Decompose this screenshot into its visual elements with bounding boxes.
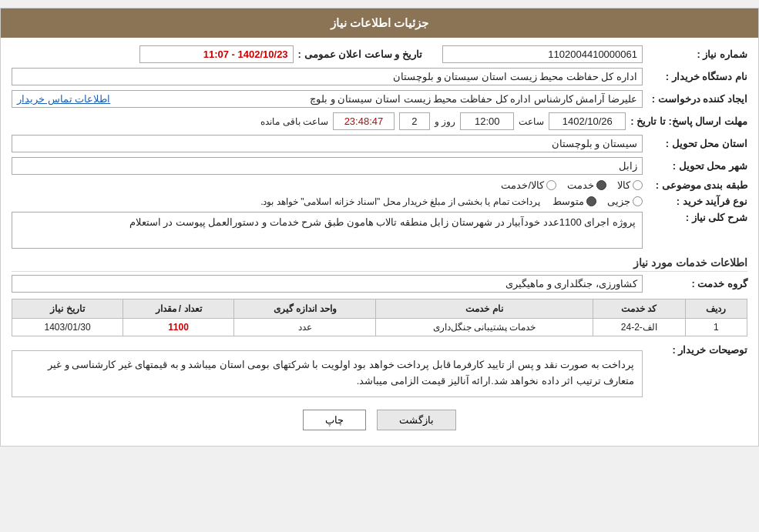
noe-label: نوع فرآیند خرید :: [647, 196, 747, 207]
page-header: جزئیات اطلاعات نیاز: [1, 8, 758, 38]
cell-radif: 1: [685, 319, 747, 336]
shahr-label: شهر محل تحویل :: [647, 160, 747, 172]
nam-dastgah-value: اداره کل حفاظت محیط زیست استان سیستان و …: [12, 68, 643, 85]
radio-kala-khedmat[interactable]: کالا/خدمت: [501, 179, 556, 191]
table-row: 1 الف-2-24 خدمات پشتیبانی جنگل‌داری عدد …: [12, 319, 747, 336]
ejad-value-box: علیرضا آرامش کارشناس اداره کل حفاظت محیط…: [12, 90, 643, 108]
col-vahed: واحد اندازه گیری: [233, 299, 375, 319]
tabaqe-radio-group: کالا خدمت کالا/خدمت: [501, 179, 643, 191]
ejad-label: ایجاد کننده درخواست :: [647, 93, 747, 105]
tarikh-label: تاریخ و ساعت اعلان عمومی :: [298, 49, 422, 60]
radio-kala-circle: [633, 180, 643, 190]
radio-kala[interactable]: کالا: [617, 179, 643, 191]
shomare-niaz-value: 1102004410000061: [442, 45, 643, 63]
ejad-link[interactable]: اطلاعات تماس خریدار: [17, 93, 110, 105]
shomare-niaz-label: شماره نیاز :: [647, 49, 747, 60]
tosif-value: پرداخت به صورت نقد و پس از تایید کارفرما…: [12, 350, 643, 397]
noe-radio-group: جزیی متوسط: [552, 196, 643, 207]
ostan-value: سیستان و بلوچستان: [12, 135, 643, 152]
nam-dastgah-label: نام دستگاه خریدار :: [647, 71, 747, 82]
tabaqe-label: طبقه بندی موضوعی :: [647, 179, 747, 191]
tarikh-value: 1402/10/23 - 11:07: [139, 45, 294, 63]
mohlat-remaining-label: ساعت باقی مانده: [260, 116, 328, 127]
col-tedad: تعداد / مقدار: [123, 299, 234, 319]
mohlat-saat: 12:00: [460, 112, 514, 130]
col-tarikh: تاریخ نیاز: [12, 299, 123, 319]
mohlat-saat-label: ساعت: [519, 116, 544, 127]
goroh-label: گروه خدمت :: [647, 278, 747, 289]
ostan-label: استان محل تحویل :: [647, 138, 747, 149]
radio-kala-label: کالا: [617, 179, 630, 191]
shahr-value: زابل: [12, 157, 643, 175]
cell-tedad: 1100: [123, 319, 234, 336]
col-kod: کد خدمت: [593, 299, 685, 319]
tosif-label: توصیحات خریدار :: [647, 344, 747, 356]
sharh-label: شرح کلی نیاز :: [647, 212, 747, 223]
khadamat-title: اطلاعات خدمات مورد نیاز: [12, 256, 747, 272]
mohlat-roz: 2: [399, 112, 430, 130]
mohlat-roz-label: روز و: [435, 116, 455, 127]
noe-text: پرداخت تمام یا بخشی از مبلغ خریدار محل "…: [260, 196, 540, 207]
page-title: جزئیات اطلاعات نیاز: [331, 16, 428, 29]
service-table: ردیف کد خدمت نام خدمت واحد اندازه گیری ت…: [12, 299, 747, 336]
print-button[interactable]: چاپ: [303, 410, 366, 430]
radio-motvaset[interactable]: متوسط: [552, 196, 596, 207]
mohlat-label: مهلت ارسال پاسخ: تا تاریخ :: [630, 115, 747, 127]
radio-jozi-label: جزیی: [607, 196, 630, 207]
radio-motvaset-label: متوسط: [552, 196, 584, 207]
radio-jozi-circle: [633, 196, 643, 206]
radio-motvaset-circle: [586, 196, 596, 206]
sharh-value: پروژه اجرای 1100عدد خودآبیار در شهرستان …: [12, 212, 643, 249]
cell-kod: الف-2-24: [593, 319, 685, 336]
radio-kala-khedmat-label: کالا/خدمت: [501, 179, 544, 191]
cell-tarikh: 1403/01/30: [12, 319, 123, 336]
goroh-value: کشاورزی، جنگلداری و ماهیگیری: [12, 275, 643, 293]
mohlat-date: 1402/10/26: [549, 112, 626, 130]
col-radif: ردیف: [685, 299, 747, 319]
buttons-row: بازگشت چاپ: [12, 410, 747, 430]
radio-jozi[interactable]: جزیی: [607, 196, 643, 207]
back-button[interactable]: بازگشت: [377, 410, 456, 430]
radio-khedmat[interactable]: خدمت: [567, 179, 606, 191]
radio-khedmat-circle: [596, 180, 606, 190]
cell-nam: خدمات پشتیبانی جنگل‌داری: [376, 319, 593, 336]
cell-vahed: عدد: [233, 319, 375, 336]
mohlat-remaining: 23:48:47: [333, 112, 395, 130]
col-nam: نام خدمت: [376, 299, 593, 319]
radio-kala-khedmat-circle: [546, 180, 556, 190]
radio-khedmat-label: خدمت: [567, 179, 594, 191]
ejad-value: علیرضا آرامش کارشناس اداره کل حفاظت محیط…: [310, 93, 637, 105]
